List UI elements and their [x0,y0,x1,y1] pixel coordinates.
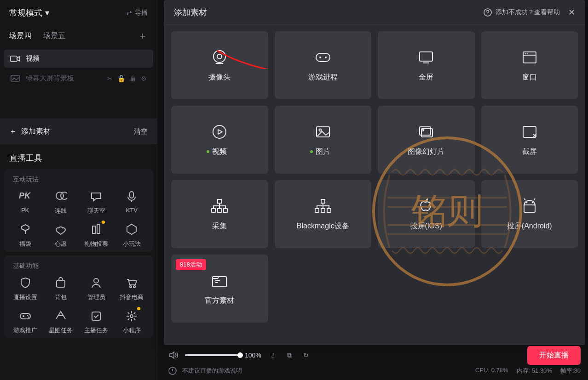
video-icon [10,55,20,62]
add-source-row: ＋ 添加素材 清空 [0,119,157,144]
scene-tabs: 场景四 场景五 ＋ [0,26,157,46]
chat-icon [88,188,104,204]
window-icon [520,49,539,66]
tool-group-head: 基础功能 [7,262,150,275]
swap-icon: ⇄ [127,9,132,17]
source-item[interactable]: 视频 [4,50,153,68]
add-source-button[interactable]: 添加素材 [21,127,51,136]
tool-item-label: 游戏推广 [13,326,37,335]
tool-item-task[interactable]: 主播任务 [79,308,114,335]
tool-group: 基础功能直播设置背包管理员抖音电商游戏推广星图任务主播任务小程序 [4,255,153,338]
tool-item-pack[interactable]: 背包 [43,275,78,301]
status-warning[interactable]: 不建议直播的游戏说明 [182,367,242,375]
tool-item-label: 连线 [55,207,67,215]
tool-item-shield[interactable]: 直播设置 [7,275,43,301]
tool-item-hex[interactable]: 小玩法 [114,221,150,248]
tree-icon [210,198,229,215]
tile-image[interactable]: 图片 [275,106,372,174]
tool-item-label: PK [21,207,29,214]
tree-icon [314,198,332,215]
tile-tree[interactable]: Blackmagic设备 [275,180,372,248]
tool-item-label: KTV [126,207,138,214]
export-label: 导播 [135,9,148,17]
tool-item-label: 福袋 [19,240,31,248]
tool-item-burst[interactable]: 小程序 [114,308,150,335]
plus-icon: ＋ [9,127,17,136]
tool-item-wish[interactable]: 心愿 [43,221,78,248]
export-button[interactable]: ⇄ 导播 [127,9,148,17]
mode-dropdown[interactable]: 常规模式 ▾ [9,7,49,18]
tile-window[interactable]: 窗口 [481,31,578,99]
tile-slides[interactable]: 图像幻灯片 [378,106,475,174]
mic-icon [124,188,139,204]
tool-item-link[interactable]: 连线 [43,188,78,215]
tool-item-admin[interactable]: 管理员 [79,275,114,301]
scene-tab-5[interactable]: 场景五 [43,31,65,41]
rotate-icon[interactable]: ↻ [301,350,311,360]
volume-slider[interactable] [185,354,240,356]
tool-item-chat[interactable]: 聊天室 [79,188,114,215]
tile-label: 投屏(iOS) [410,221,442,231]
add-material-modal: 添加素材 添加不成功？查看帮助 ✕ 摄像头游戏进程全屏窗口视频图片图像幻灯片截屏… [164,0,585,345]
status-bar: 不建议直播的游戏说明 CPU: 0.78% 内存: 51.30% 帧率:30 [164,364,585,377]
folder-icon [210,272,229,289]
tile-label: 视频 [212,147,227,157]
trash-icon[interactable]: 🗑 [130,75,136,82]
chevron-down-icon: ▾ [45,8,49,18]
play-icon [210,123,229,141]
tile-label: 官方素材 [205,296,234,306]
gamepad-icon [314,49,332,66]
start-live-button[interactable]: 开始直播 [527,346,581,365]
add-scene-button[interactable]: ＋ [138,29,148,43]
tile-folder[interactable]: 818活动官方素材 [171,255,268,323]
tool-item-label: 星图任务 [49,326,73,335]
tile-android[interactable]: 投屏(Android) [481,180,578,248]
crop-icon [520,123,539,141]
tile-label: 图像幻灯片 [408,147,444,157]
notification-dot [102,221,105,224]
tile-label: 采集 [212,221,227,231]
live-tools-title: 直播工具 [0,144,157,165]
main-area: 添加素材 添加不成功？查看帮助 ✕ 摄像头游戏进程全屏窗口视频图片图像幻灯片截屏… [157,0,588,380]
tile-tree[interactable]: 采集 [171,180,268,248]
close-icon[interactable]: ✕ [568,7,575,17]
wish-icon [53,221,69,237]
tool-item-star[interactable]: 星图任务 [43,308,78,335]
tool-item-mic[interactable]: KTV [114,188,150,215]
layout-icon[interactable]: ⧉ [284,350,294,360]
status-dot [310,150,313,153]
notification-dot [137,307,140,310]
android-icon [520,198,539,215]
tool-item-pk[interactable]: PK [7,188,43,215]
lock-icon[interactable]: 🔓 [117,75,125,82]
scene-tab-4[interactable]: 场景四 [9,31,31,41]
tool-item-label: 背包 [55,293,67,301]
tool-item-label: 礼物投票 [84,240,108,248]
clear-button[interactable]: 清空 [134,127,148,136]
admin-icon [88,275,104,290]
gear-icon[interactable]: ⚙ [141,75,147,82]
tool-item-vote[interactable]: 礼物投票 [79,221,114,248]
tool-item-bag[interactable]: 福袋 [7,221,43,248]
tile-play[interactable]: 视频 [171,106,268,174]
scissors-icon[interactable]: ✂ [107,75,113,82]
control-bar: 100% ⫔ ⧉ ↻ 开始直播 [164,347,585,363]
help-link[interactable]: 添加不成功？查看帮助 [496,8,560,17]
tile-apple[interactable]: 投屏(iOS) [378,180,475,248]
tool-item-label: 小程序 [123,326,141,335]
source-item[interactable]: 绿幕大屏背景板 ✂ 🔓 🗑 ⚙ [4,69,153,87]
tile-monitor[interactable]: 全屏 [378,31,475,99]
star-icon [53,308,69,323]
tile-gamepad[interactable]: 游戏进程 [275,31,372,99]
speaker-icon[interactable] [168,350,179,360]
bag-icon [17,221,33,237]
tool-group: 互动玩法PK连线聊天室KTV福袋心愿礼物投票小玩法 [4,169,153,252]
equalizer-icon[interactable]: ⫔ [268,350,278,360]
tile-crop[interactable]: 截屏 [481,106,578,174]
burst-icon [124,308,139,323]
status-dot [207,150,209,153]
gamepad-icon [17,308,33,323]
tool-item-cart[interactable]: 抖音电商 [114,275,150,301]
tile-camera[interactable]: 摄像头 [171,31,268,99]
tool-item-gamepad[interactable]: 游戏推广 [7,308,43,335]
